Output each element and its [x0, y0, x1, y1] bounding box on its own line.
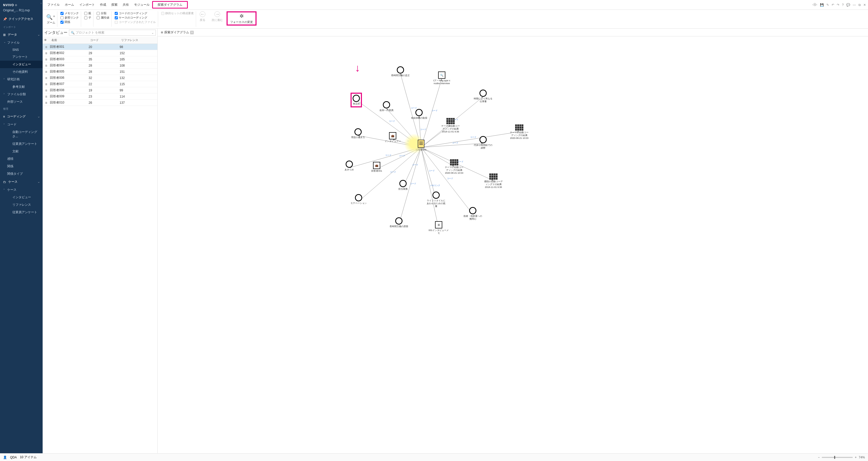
diagram-node[interactable]: 代休や時間給での調整: [473, 136, 493, 150]
col-name[interactable]: 名前: [50, 38, 89, 42]
sidebar-item[interactable]: ›研究計画: [0, 76, 43, 83]
table-row[interactable]: 🗎回答者00923114: [43, 93, 157, 100]
diagram-node[interactable]: 感情の自動コーディングドの結果2018-11-01 9:38: [483, 173, 504, 189]
ribbon-checkbox[interactable]: 属性値: [97, 16, 109, 20]
diagram-node[interactable]: 💼回答者001: [366, 162, 387, 172]
zoom-out[interactable]: −: [818, 456, 820, 459]
ribbon-checkbox[interactable]: 参照リンク: [60, 16, 79, 20]
user-icon[interactable]: ◦ⓐ◦: [812, 3, 817, 7]
sidebar-item[interactable]: ›ファイル分類: [0, 91, 43, 98]
menu-item[interactable]: モジュール: [131, 2, 152, 8]
diagram-node[interactable]: 🔍CT ~ hing type x nodes interview: [431, 71, 452, 85]
menu-item[interactable]: 探索: [109, 2, 120, 8]
menu-item[interactable]: 共有: [120, 2, 131, 8]
tab-explore-diagram[interactable]: ✲ 探索ダイアグラム ✕: [159, 30, 195, 35]
table-row[interactable]: 🗎回答者00229152: [43, 50, 157, 56]
ribbon-checkbox[interactable]: 親: [84, 11, 91, 15]
section-case[interactable]: 🗀ケース⌵: [0, 177, 43, 186]
sidebar-item[interactable]: 文献: [0, 147, 43, 155]
square-icon: ☰: [435, 221, 442, 228]
menu-item[interactable]: ファイル: [45, 2, 62, 8]
close-icon[interactable]: ✕: [863, 3, 866, 7]
menu-item[interactable]: インポート: [77, 2, 97, 8]
diagram-node[interactable]: 改善への意識: [376, 101, 397, 112]
ribbon-change-focus[interactable]: ✲フォーカスの変更: [226, 11, 256, 26]
col-code[interactable]: コード: [89, 38, 120, 42]
diagram-node[interactable]: 時期により異なる仕事量: [473, 90, 493, 103]
ribbon-checkbox[interactable]: メモリンク: [60, 11, 79, 15]
sidebar-item[interactable]: 関係: [0, 163, 43, 170]
tab-close[interactable]: ✕: [190, 31, 194, 34]
diagram-node[interactable]: テーマの自動コーディングの結果2018-11-01 9:36: [440, 118, 461, 133]
ribbon-checkbox[interactable]: 関係: [60, 20, 79, 24]
ribbon-checkbox[interactable]: コードのコーディング: [115, 11, 156, 15]
chat-icon[interactable]: 💬: [846, 3, 850, 7]
table-row[interactable]: 🗎回答者00428108: [43, 62, 157, 69]
sidebar-item[interactable]: 外部ソース: [0, 98, 43, 106]
sidebar-item[interactable]: リファレンス: [0, 201, 43, 208]
maximize-icon[interactable]: ⧉: [859, 3, 861, 7]
menu-item[interactable]: ホーム: [62, 2, 77, 8]
sidebar-item[interactable]: 従業員アンケート: [0, 140, 43, 147]
menu-explore-diagram[interactable]: 探索ダイアグラム: [152, 1, 188, 8]
sidebar-item[interactable]: 感情: [0, 155, 43, 163]
diagram-node[interactable]: 肯定的: [346, 93, 367, 107]
diagram-node[interactable]: モチベーション: [348, 194, 369, 205]
expand-column[interactable]: ⊕: [43, 38, 50, 42]
save-icon[interactable]: 💾: [820, 3, 824, 7]
diagram-node[interactable]: 理想の働き方: [348, 128, 368, 139]
table-row[interactable]: 🗎回答者00528151: [43, 69, 157, 75]
diagram-node[interactable]: 他者・他部署への無関心: [462, 207, 483, 221]
sidebar-item[interactable]: 関係タイプ: [0, 170, 43, 177]
section-data[interactable]: ⊞データ⌵: [0, 30, 43, 39]
diagram-node[interactable]: 有給休暇の取得: [409, 109, 429, 120]
diagram-node[interactable]: あきらめ: [339, 161, 360, 171]
diagram-node[interactable]: テーマの自動コーディングの結果2020-08-21 10:04: [444, 159, 464, 174]
edit-icon[interactable]: ✎: [827, 3, 829, 7]
sidebar-item[interactable]: ›コード: [0, 121, 43, 128]
minimize-icon[interactable]: —: [853, 3, 856, 7]
col-ref[interactable]: リファレンス: [120, 38, 157, 42]
menu-item[interactable]: 作成: [97, 2, 109, 8]
sidebar-item[interactable]: 自動コーディングさ...: [0, 128, 43, 140]
diagram-node[interactable]: ☰001インタビューメモ: [428, 221, 449, 235]
diagram-center-node[interactable]: 回答者001: [411, 140, 431, 151]
zoom-slider[interactable]: [822, 457, 853, 458]
table-row[interactable]: 🗎回答者00632132: [43, 75, 157, 81]
sidebar-item[interactable]: 従業員アンケート: [0, 208, 43, 216]
table-row[interactable]: 🗎回答者0081999: [43, 87, 157, 93]
table-row[interactable]: 🗎回答者00722115: [43, 81, 157, 87]
sidebar-item[interactable]: その他資料: [0, 68, 43, 76]
diagram-node[interactable]: 担当業務: [393, 180, 413, 191]
table-row[interactable]: 🗎回答者00335165: [43, 56, 157, 62]
section-coding[interactable]: ≡コーディング⌵: [0, 112, 43, 121]
diagram-node[interactable]: 長時間労働の是正: [390, 66, 411, 77]
diagram-node[interactable]: テーマの自動コーディングの結果2020-08-21 10:03: [509, 124, 530, 139]
ribbon-checkbox[interactable]: 子: [84, 16, 91, 20]
undo-icon[interactable]: ↶: [832, 3, 834, 7]
sidebar-item[interactable]: ›ケース: [0, 186, 43, 194]
diagram-node[interactable]: 💼インタビュアー: [382, 132, 403, 143]
sidebar-item[interactable]: インタビュー: [0, 61, 43, 68]
table-row[interactable]: 🗎回答者01026137: [43, 100, 157, 106]
redo-icon[interactable]: ↷: [837, 3, 839, 7]
ribbon-checkbox[interactable]: ケースのコーディング: [115, 16, 156, 20]
diagram-node[interactable]: ライフスタイルにあわせるための裁量: [426, 192, 446, 207]
ribbon-checkbox[interactable]: 分類: [97, 11, 109, 15]
ribbon-zoom[interactable]: 🔍⁺ ズーム: [45, 11, 57, 27]
sidebar-item[interactable]: インタビュー: [0, 194, 43, 201]
search-input[interactable]: 🔍プロジェクト を検索⌄: [69, 30, 156, 36]
zoom-in[interactable]: +: [855, 456, 857, 459]
table-row[interactable]: 🗎回答者0012098: [43, 44, 157, 50]
help-icon[interactable]: ?: [842, 3, 844, 7]
sidebar-collapse[interactable]: ‹: [40, 2, 41, 5]
diagram-node[interactable]: 長時間労働の原因: [389, 217, 409, 228]
sidebar-item[interactable]: アンケート: [0, 53, 43, 61]
ribbon-forward[interactable]: →次に進む: [209, 11, 225, 22]
sidebar-item[interactable]: 参考文献: [0, 83, 43, 91]
quick-access[interactable]: クイックアクセス: [0, 14, 43, 24]
ribbon-back[interactable]: ←戻る: [197, 11, 208, 22]
diagram-canvas[interactable]: コードコードコードコードコードコードコードコードコードコードコードコードコードコ…: [158, 36, 868, 453]
sidebar-item[interactable]: ⌄ファイル: [0, 39, 43, 46]
sidebar-item[interactable]: SNS: [0, 46, 43, 53]
